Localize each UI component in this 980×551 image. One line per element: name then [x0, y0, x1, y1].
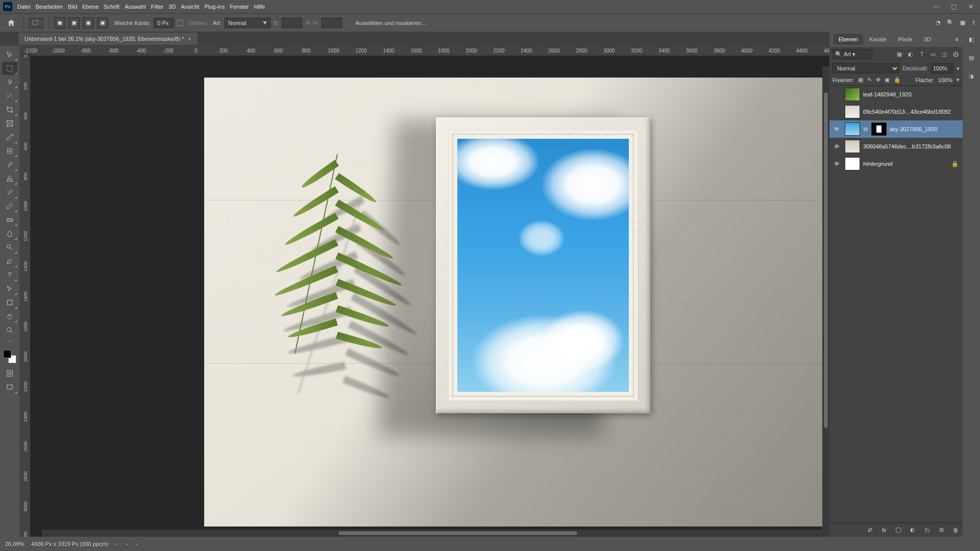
menu-ansicht[interactable]: Ansicht: [181, 4, 199, 10]
layer-visibility-icon[interactable]: 👁: [831, 161, 842, 167]
window-close-icon[interactable]: ✕: [965, 3, 977, 10]
navigate-next-icon[interactable]: ›: [136, 541, 138, 547]
new-adjustment-icon[interactable]: ◐: [909, 527, 917, 533]
opacity-input[interactable]: 100%: [931, 63, 953, 73]
layer-row[interactable]: 👁306048a5746dec…b3172fb3a6c08: [829, 138, 963, 155]
lasso-tool[interactable]: [2, 76, 17, 89]
lock-transparency-icon[interactable]: ▦: [858, 77, 863, 83]
quickmask-icon[interactable]: [2, 367, 17, 380]
layer-visibility-icon[interactable]: 👁: [831, 126, 842, 132]
layer-mask-thumbnail[interactable]: [871, 122, 887, 136]
layer-thumbnail[interactable]: [845, 105, 860, 118]
magic-wand-tool[interactable]: [2, 89, 17, 103]
style-select[interactable]: Normal: [225, 18, 271, 28]
layer-name[interactable]: Hintergrund: [863, 161, 948, 167]
panel-menu-icon[interactable]: ≡: [955, 36, 959, 42]
ruler-horizontal[interactable]: -1200-1000-800-600-400-20002004006008001…: [31, 46, 829, 56]
layer-name[interactable]: 09c540e4f70d13…43ce46bd18f3f2: [863, 109, 961, 115]
move-tool[interactable]: [2, 48, 17, 61]
history-brush-tool[interactable]: [2, 186, 17, 199]
delete-layer-icon[interactable]: 🗑: [951, 527, 960, 533]
opacity-chevron-icon[interactable]: ▾: [957, 65, 960, 72]
filter-shape-icon[interactable]: ▭: [929, 50, 937, 58]
status-chevron-icon[interactable]: ›: [115, 541, 117, 547]
cloud-docs-icon[interactable]: ◔: [936, 19, 941, 26]
filter-smart-icon[interactable]: ◫: [940, 50, 948, 58]
eyedropper-tool[interactable]: [2, 131, 17, 144]
blend-mode-select[interactable]: Normal: [832, 63, 899, 73]
canvas-viewport[interactable]: [31, 56, 829, 537]
healing-brush-tool[interactable]: [2, 144, 17, 158]
clone-stamp-tool[interactable]: [2, 172, 17, 185]
layer-row[interactable]: 09c540e4f70d13…43ce46bd18f3f2: [829, 103, 963, 120]
panel-color-icon[interactable]: ◧: [966, 34, 977, 45]
selection-subtract-icon[interactable]: ▣: [83, 17, 94, 29]
search-icon[interactable]: 🔍: [947, 19, 954, 26]
filter-toggle-icon[interactable]: ⏻: [951, 50, 960, 58]
new-group-icon[interactable]: 🗀: [923, 527, 931, 533]
path-selection-tool[interactable]: [2, 282, 17, 295]
share-icon[interactable]: ⇪: [971, 19, 976, 26]
lock-position-icon[interactable]: ✥: [876, 77, 880, 83]
color-swatch[interactable]: [3, 350, 16, 363]
feather-input[interactable]: 0 Px: [154, 18, 174, 28]
layer-thumbnail[interactable]: [845, 122, 860, 136]
lock-pixels-icon[interactable]: ✎: [867, 77, 872, 83]
pen-tool[interactable]: [2, 255, 17, 268]
layer-name[interactable]: sky-3027856_1920: [890, 126, 961, 132]
window-minimize-icon[interactable]: —: [930, 3, 942, 10]
tab-pfade[interactable]: Pfade: [893, 34, 918, 45]
eraser-tool[interactable]: [2, 199, 17, 213]
layer-filter-kind[interactable]: 🔍 Art ▾: [832, 49, 872, 59]
layer-row[interactable]: 👁Hintergrund🔒: [829, 155, 963, 172]
menu-filter[interactable]: Filter: [151, 4, 163, 10]
new-layer-icon[interactable]: ⊞: [937, 527, 945, 533]
tool-preset-dropdown[interactable]: [29, 18, 43, 28]
layer-thumbnail[interactable]: [845, 88, 860, 101]
tab-ebenen[interactable]: Ebenen: [834, 34, 863, 45]
marquee-tool[interactable]: [2, 62, 17, 75]
edit-toolbar-icon[interactable]: ⋯: [2, 337, 17, 345]
menu-schrift[interactable]: Schrift: [104, 4, 119, 10]
layer-mask-link-icon[interactable]: ⧉: [863, 126, 868, 133]
canvas-hscrollbar[interactable]: [42, 530, 829, 537]
brush-tool[interactable]: [2, 158, 17, 171]
menu-hilfe[interactable]: Hilfe: [254, 4, 265, 10]
gradient-tool[interactable]: [2, 213, 17, 227]
filter-pixel-icon[interactable]: ▦: [895, 50, 903, 58]
navigate-prev-icon[interactable]: ‹: [127, 541, 129, 547]
panel-layers-icon[interactable]: ▤: [966, 52, 977, 63]
zoom-level[interactable]: 26,09%: [5, 541, 24, 547]
layer-row[interactable]: leaf-1482948_1920: [829, 86, 963, 103]
close-tab-icon[interactable]: ×: [188, 36, 191, 42]
menu-bearbeiten[interactable]: Bearbeiten: [36, 4, 63, 10]
workspace-icon[interactable]: ▦: [960, 19, 965, 26]
menu-auswahl[interactable]: Auswahl: [125, 4, 146, 10]
canvas-vscrollbar[interactable]: [822, 66, 829, 530]
menu-ebene[interactable]: Ebene: [82, 4, 99, 10]
home-icon[interactable]: [4, 16, 18, 30]
shape-tool[interactable]: [2, 296, 17, 309]
fill-input[interactable]: 100%: [938, 77, 952, 83]
tab-3d[interactable]: 3D: [919, 34, 936, 45]
blur-tool[interactable]: [2, 227, 17, 240]
lock-all-icon[interactable]: 🔒: [894, 77, 901, 83]
menu-bild[interactable]: Bild: [68, 4, 77, 10]
layer-thumbnail[interactable]: [845, 157, 860, 170]
filter-adjust-icon[interactable]: ◐: [906, 50, 915, 58]
ruler-vertical[interactable]: 0200400600800100012001400160018002000220…: [19, 56, 31, 537]
select-and-mask-button[interactable]: Auswählen und maskieren…: [355, 20, 427, 26]
fill-chevron-icon[interactable]: ▾: [957, 77, 960, 83]
zoom-tool[interactable]: [2, 323, 17, 337]
menu-fenster[interactable]: Fenster: [230, 4, 249, 10]
menu-3d[interactable]: 3D: [168, 4, 176, 10]
hand-tool[interactable]: [2, 310, 17, 323]
doc-dimensions[interactable]: 4936 Px x 3319 Px (300 ppcm): [31, 541, 108, 547]
selection-new-icon[interactable]: ▣: [54, 17, 65, 29]
menu-plugins[interactable]: Plug-ins: [204, 4, 225, 10]
layer-thumbnail[interactable]: [845, 140, 860, 153]
selection-add-icon[interactable]: ▣: [68, 17, 80, 29]
window-maximize-icon[interactable]: ▢: [947, 3, 960, 10]
layer-visibility-icon[interactable]: 👁: [831, 143, 842, 149]
filter-type-icon[interactable]: T: [918, 50, 926, 58]
